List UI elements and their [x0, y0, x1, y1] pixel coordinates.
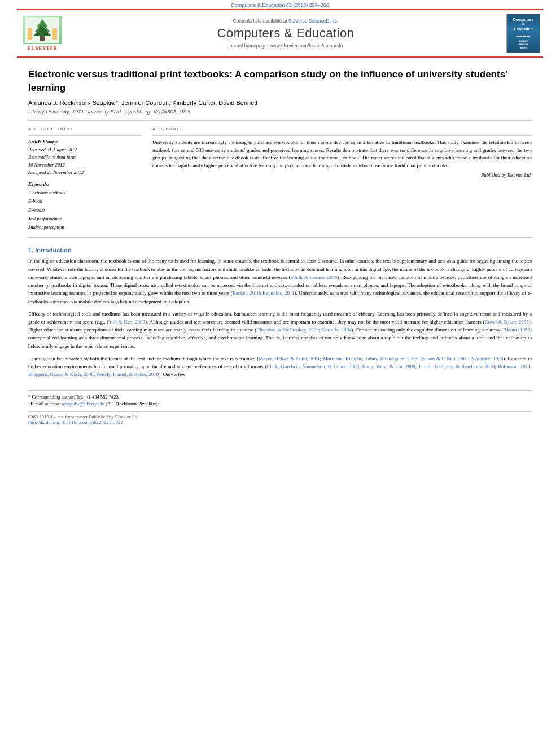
doi-line[interactable]: http://dx.doi.org/10.1016/j.compedu.2012… — [28, 420, 532, 425]
svg-marker-3 — [33, 26, 51, 36]
email-link[interactable]: aszapkiw@liberty.edu — [62, 401, 104, 407]
ref-vygotsky[interactable]: Vygotsky, 1978 — [471, 356, 504, 361]
footnote: * Corresponding author. Tel.: +1 434 582… — [28, 394, 532, 400]
ref-becker[interactable]: Becker, 2010 — [233, 290, 260, 296]
published-by: Published by Elsevier Ltd. — [152, 172, 532, 178]
keyword-1: Electronic textbook — [28, 189, 141, 197]
journal-reference: Computers & Education 63 (2013) 259–266 — [0, 0, 560, 9]
abstract-column: ABSTRACT University students are increas… — [152, 126, 532, 232]
elsevier-label: ELSEVIER — [27, 45, 58, 51]
keyword-3: E-reader — [28, 206, 141, 215]
svg-rect-6 — [53, 28, 57, 40]
email-footnote: E-mail address: aszapkiw@liberty.edu (A.… — [28, 401, 532, 407]
article-title: Electronic versus traditional print text… — [28, 68, 532, 95]
ref-frith-kee[interactable]: Frith & Kee, 2003 — [107, 319, 145, 325]
cover-title: Computers&Education — [513, 18, 534, 32]
svg-marker-1 — [37, 19, 48, 27]
footnote-symbol: * — [28, 394, 30, 400]
journal-title: Computers & Education — [217, 26, 355, 41]
sciverse-link[interactable]: SciVerse ScienceDirect — [288, 18, 338, 24]
sciverse-line: Contents lists available at SciVerse Sci… — [233, 18, 338, 24]
footer: * Corresponding author. Tel.: +1 434 582… — [28, 390, 532, 425]
article-info-block: Article history: Received 31 August 2012… — [28, 135, 141, 232]
svg-rect-5 — [28, 28, 32, 40]
intro-paragraph-1: In the higher education classroom, the t… — [28, 257, 532, 305]
divider-2 — [28, 237, 532, 238]
affiliation: Liberty University, 1971 University Blvd… — [28, 108, 532, 115]
ref-corrallo[interactable]: Corrallo, 1994 — [322, 327, 352, 333]
main-content: Electronic versus traditional print text… — [0, 68, 560, 425]
journal-homepage: journal homepage: www.elsevier.com/locat… — [229, 43, 343, 49]
article-info-column: ARTICLE INFO Article history: Received 3… — [28, 126, 141, 232]
ref-morineau[interactable]: Morineau, Blanche, Tobin, & Gue'guen, 20… — [323, 356, 417, 361]
journal-cover-image: Computers&Education ■■■■■■■ ■■■■■■■■■■■■… — [504, 14, 543, 53]
ref-bloom[interactable]: Bloom (1956) — [503, 327, 532, 333]
ref-clark[interactable]: Clark, Goodwin, Samuelson, & Coker, 2008 — [266, 364, 359, 369]
keyword-5: Student perception — [28, 223, 141, 231]
keyword-2: E-book — [28, 197, 141, 206]
article-history-label: Article history: — [28, 139, 141, 145]
keywords-label: Keywords: — [28, 181, 141, 187]
ref-mayer[interactable]: Mayer, Helser, & Lonn, 2001 — [259, 356, 320, 361]
ref-shepperd[interactable]: Shepperd, Grace, & Koch, 2008 — [28, 372, 94, 377]
article-info-abstract-section: ARTICLE INFO Article history: Received 3… — [28, 126, 532, 232]
intro-paragraph-2: Efficacy of technological tools and medi… — [28, 310, 532, 350]
ref-nelson[interactable]: Nelson & O'Neil, 2001 — [421, 356, 469, 361]
ref-smith-caruso[interactable]: Smith & Caruso, 2010 — [291, 274, 338, 280]
abstract-header: ABSTRACT — [152, 126, 532, 132]
footer-bar: 0360-1315/$ – see front matter Published… — [28, 411, 532, 425]
ref-reynolds[interactable]: Reynolds, 2011 — [262, 290, 295, 296]
keyword-4: Test performance — [28, 215, 141, 223]
abstract-text: University students are increasingly cho… — [152, 135, 532, 171]
introduction-title: 1. Introduction — [28, 247, 532, 254]
elsevier-logo-image — [23, 16, 62, 44]
svg-marker-2 — [35, 23, 50, 32]
keywords-list: Electronic textbook E-book E-reader Test… — [28, 189, 141, 231]
ref-jamali[interactable]: Jamali, Nicholas, & Rowlands, 2010 — [418, 364, 495, 369]
issn-line: 0360-1315/$ – see front matter Published… — [28, 414, 532, 420]
ref-kang[interactable]: Kang, Want, & Lin, 2009 — [362, 364, 415, 369]
journal-center: Contents lists available at SciVerse Sci… — [68, 14, 504, 53]
article-dates: Received 31 August 2012 Received in revi… — [28, 146, 141, 177]
journal-header: ELSEVIER Contents lists available at Sci… — [17, 9, 543, 58]
ref-robinson[interactable]: Robinson, 2011 — [498, 364, 530, 369]
authors: Amanda J. Rockinson- Szapkiw*, Jennifer … — [28, 99, 532, 106]
svg-rect-0 — [25, 17, 59, 43]
intro-paragraph-3: Learning can be impacted by both the for… — [28, 355, 532, 379]
doi-link[interactable]: http://dx.doi.org/10.1016/j.compedu.2012… — [28, 420, 123, 425]
cover-thumbnail: Computers&Education ■■■■■■■ ■■■■■■■■■■■■… — [506, 14, 540, 53]
ref-chesebro[interactable]: Chesebro & McCroskey, 2000 — [256, 327, 319, 333]
divider-1 — [28, 120, 532, 121]
article-info-header: ARTICLE INFO — [28, 126, 141, 132]
introduction-section: 1. Introduction In the higher education … — [28, 247, 532, 378]
elsevier-logo: ELSEVIER — [17, 14, 68, 53]
ref-woody[interactable]: Woody, Daniel, & Baker, 2010 — [96, 372, 159, 377]
svg-rect-4 — [40, 36, 45, 41]
ref-rovai-baker[interactable]: Rovai & Baker, 2005 — [485, 319, 529, 325]
